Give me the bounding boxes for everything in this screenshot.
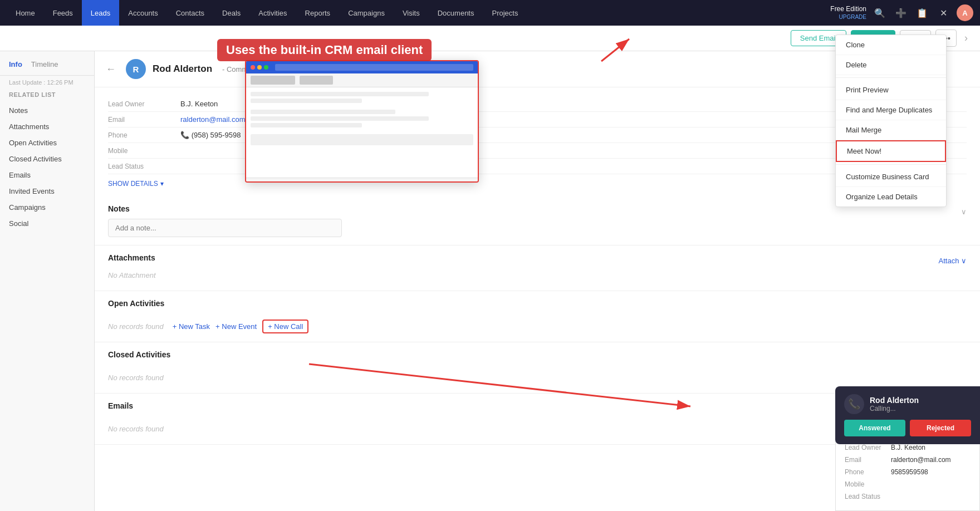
no-attachment-label: No Attachment <box>108 268 967 283</box>
call-icon: 📞 <box>844 394 864 414</box>
back-button[interactable]: ← <box>106 63 116 75</box>
nav-visits[interactable]: Visits <box>394 0 429 26</box>
dropdown-delete[interactable]: Delete <box>836 55 946 75</box>
email-preview-line-1 <box>251 92 429 96</box>
nav-contacts[interactable]: Contacts <box>167 0 213 26</box>
dropdown-mail-merge[interactable]: Mail Merge <box>836 120 946 140</box>
call-notification: 📞 Rod Alderton Calling... Answered Rejec… <box>835 386 980 444</box>
dropdown-customize-card[interactable]: Customize Business Card <box>836 167 946 187</box>
call-notif-info: Rod Alderton Calling... <box>870 396 919 412</box>
email-preview-line-5 <box>251 123 362 127</box>
label-email: Email <box>108 115 175 124</box>
upgrade-link[interactable]: UPGRADE <box>830 13 866 21</box>
label-lead-status: Lead Status <box>108 162 175 170</box>
email-preview-line-4 <box>251 116 429 121</box>
nav-projects[interactable]: Projects <box>483 0 527 26</box>
card-label-phone: Phone <box>845 468 886 476</box>
next-arrow-icon[interactable]: › <box>961 30 971 46</box>
sidebar-item-attachments[interactable]: Attachments <box>0 119 94 135</box>
sidebar-item-closed-activities[interactable]: Closed Activities <box>0 151 94 167</box>
email-preview-body <box>246 87 478 178</box>
sidebar-item-open-activities[interactable]: Open Activities <box>0 135 94 151</box>
attachments-section: Attachments Attach ∨ No Attachment <box>95 245 980 291</box>
nav-leads[interactable]: Leads <box>82 0 119 26</box>
nav-activities[interactable]: Activities <box>249 0 296 26</box>
value-email[interactable]: ralderton@mail.com <box>180 115 246 124</box>
nav-items: Home Feeds Leads Accounts Contacts Deals… <box>7 0 830 26</box>
add-icon[interactable]: ➕ <box>893 5 909 21</box>
dropdown-meet-now[interactable]: Meet Now! <box>836 140 946 162</box>
close-icon[interactable]: ✕ <box>935 5 951 21</box>
card-value-email: ralderton@mail.com <box>891 456 951 464</box>
user-avatar[interactable]: A <box>957 4 973 21</box>
value-phone: 📞 (958) 595-9598 <box>180 131 241 139</box>
new-event-button[interactable]: + New Event <box>215 322 257 331</box>
tab-timeline[interactable]: Timeline <box>31 60 58 68</box>
card-label-status: Lead Status <box>845 493 886 500</box>
sidebar: Info Timeline Last Update : 12:26 PM REL… <box>0 51 95 511</box>
top-navigation: Home Feeds Leads Accounts Contacts Deals… <box>0 0 980 26</box>
nav-home[interactable]: Home <box>7 0 44 26</box>
call-notif-name: Rod Alderton <box>870 396 919 405</box>
nav-feeds[interactable]: Feeds <box>44 0 82 26</box>
email-preview-toolbar: Send <box>246 178 478 183</box>
nav-documents[interactable]: Documents <box>429 0 483 26</box>
nav-right: Free Edition UPGRADE 🔍 ➕ 📋 ✕ A <box>830 4 973 21</box>
dropdown-divider-1 <box>836 77 946 78</box>
new-task-button[interactable]: + New Task <box>173 322 210 331</box>
email-preview-header <box>246 61 478 73</box>
notification-icon[interactable]: 📋 <box>914 5 930 21</box>
label-lead-owner: Lead Owner <box>108 100 175 108</box>
dropdown-organize-lead[interactable]: Organize Lead Details <box>836 187 946 207</box>
closed-activities-title: Closed Activities <box>108 350 170 359</box>
nav-reports[interactable]: Reports <box>296 0 340 26</box>
notes-collapse-icon[interactable]: ∨ <box>961 208 967 216</box>
last-update: Last Update : 12:26 PM <box>0 76 94 89</box>
rejected-button[interactable]: Rejected <box>910 420 971 436</box>
search-icon[interactable]: 🔍 <box>872 5 888 21</box>
dropdown-clone[interactable]: Clone <box>836 35 946 55</box>
card-label-owner: Lead Owner <box>845 444 886 451</box>
dropdown-print-preview[interactable]: Print Preview <box>836 80 946 100</box>
tab-info[interactable]: Info <box>9 60 22 68</box>
sidebar-item-social[interactable]: Social <box>0 215 94 232</box>
free-edition-label: Free Edition <box>830 5 866 14</box>
lead-name: Rod Alderton <box>153 63 212 75</box>
card-label-mobile: Mobile <box>845 480 886 488</box>
contact-card-row-email: Email ralderton@mail.com <box>845 454 971 466</box>
activity-buttons: + New Task + New Event + New Call <box>173 320 309 333</box>
chevron-down-icon: ▾ <box>160 180 164 188</box>
action-toolbar: Send Email Convert Edit ••• › <box>0 26 980 51</box>
closed-activities-empty: No records found <box>108 370 967 385</box>
open-activities-empty: No records found <box>108 319 164 334</box>
call-notif-header: 📞 Rod Alderton Calling... <box>844 394 971 414</box>
attach-button[interactable]: Attach ∨ <box>939 257 967 265</box>
sidebar-item-notes[interactable]: Notes <box>0 102 94 119</box>
new-call-button[interactable]: + New Call <box>262 320 308 333</box>
email-preview-send-btn: Send <box>251 182 271 183</box>
notes-input[interactable] <box>108 219 342 237</box>
contact-card-row-mobile: Mobile <box>845 478 971 490</box>
card-value-owner: B.J. Keeton <box>891 444 925 451</box>
open-activities-section: Open Activities No records found + New T… <box>95 291 980 342</box>
dropdown-merge-duplicates[interactable]: Find and Merge Duplicates <box>836 100 946 120</box>
lead-avatar: R <box>126 59 146 79</box>
dropdown-divider-2 <box>836 164 946 165</box>
nav-accounts[interactable]: Accounts <box>119 0 166 26</box>
sidebar-item-invited-events[interactable]: Invited Events <box>0 183 94 199</box>
attachments-title: Attachments <box>108 253 155 262</box>
dropdown-menu: Clone Delete Print Preview Find and Merg… <box>835 35 947 207</box>
email-preview-overlay: Send <box>245 60 479 183</box>
email-preview-line-3 <box>251 110 395 114</box>
emails-title: Emails <box>108 401 133 410</box>
main-layout: Info Timeline Last Update : 12:26 PM REL… <box>0 51 980 511</box>
label-mobile: Mobile <box>108 146 175 155</box>
sidebar-item-emails[interactable]: Emails <box>0 167 94 183</box>
card-value-phone: 9585959598 <box>891 468 928 476</box>
answered-button[interactable]: Answered <box>844 420 905 436</box>
nav-campaigns[interactable]: Campaigns <box>339 0 394 26</box>
sidebar-item-campaigns[interactable]: Campaigns <box>0 199 94 215</box>
contact-card-row-phone: Phone 9585959598 <box>845 466 971 478</box>
nav-deals[interactable]: Deals <box>213 0 249 26</box>
call-notif-buttons: Answered Rejected <box>844 420 971 436</box>
